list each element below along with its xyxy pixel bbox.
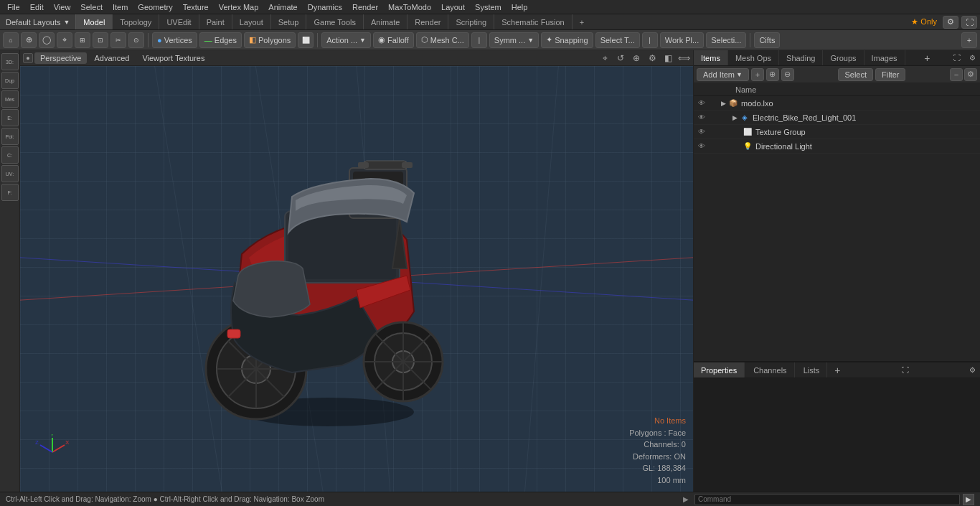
menu-render[interactable]: Render bbox=[348, 1, 382, 13]
viewport-tab-perspective[interactable]: Perspective bbox=[34, 52, 87, 64]
layout-expand-button[interactable]: ⛶ bbox=[961, 16, 977, 29]
viewport-home-icon[interactable]: ⌖ bbox=[598, 52, 611, 65]
items-filter-button[interactable]: Filter bbox=[875, 68, 905, 81]
eye-icon-modo[interactable]: 👁 bbox=[697, 98, 707, 108]
sidebar-btn-2[interactable]: Mes bbox=[1, 90, 19, 108]
eye-icon-bike[interactable]: 👁 bbox=[697, 113, 707, 123]
sidebar-btn-1[interactable]: Dup bbox=[1, 72, 19, 89]
props-add-tab-button[interactable]: + bbox=[829, 362, 846, 378]
sidebar-btn-7[interactable]: F: bbox=[1, 184, 19, 201]
menu-texture[interactable]: Texture bbox=[179, 1, 213, 13]
items-action-btn-2[interactable]: ⊕ bbox=[766, 68, 779, 81]
props-expand-button[interactable]: ⛶ bbox=[897, 366, 913, 374]
panel-tab-mesh-ops[interactable]: Mesh Ops bbox=[728, 50, 779, 65]
layout-tab-uvedit[interactable]: UVEdit bbox=[159, 14, 199, 29]
viewport-rotate-icon[interactable]: ↺ bbox=[614, 52, 627, 65]
add-layout-tab-button[interactable]: + bbox=[573, 14, 591, 29]
arrow-icon-modo[interactable]: ▶ bbox=[720, 100, 727, 107]
arrow-icon-bike[interactable]: ▶ bbox=[731, 114, 738, 121]
mesh-c-dropdown[interactable]: ⬡ Mesh C... bbox=[416, 32, 469, 48]
cifts-dropdown[interactable]: Cifts bbox=[754, 32, 780, 48]
toolbar-transform-button[interactable]: ⊞ bbox=[75, 32, 90, 48]
toolbar-cursor-button[interactable]: ⌖ bbox=[57, 32, 72, 48]
menu-dynamics[interactable]: Dynamics bbox=[303, 1, 347, 13]
add-item-button[interactable]: Add Item ▼ bbox=[697, 68, 749, 81]
panel-settings-button[interactable]: ⚙ bbox=[965, 50, 980, 65]
props-settings-button[interactable]: ⚙ bbox=[965, 366, 980, 374]
command-input[interactable] bbox=[694, 494, 960, 505]
symm-dropdown[interactable]: Symm ... ▼ bbox=[489, 32, 539, 48]
sidebar-btn-0[interactable]: 3D: bbox=[1, 53, 19, 70]
eye-icon-texture[interactable]: 👁 bbox=[697, 127, 707, 137]
action-dropdown[interactable]: Action ... ▼ bbox=[321, 32, 371, 48]
items-minus-btn[interactable]: − bbox=[950, 68, 963, 81]
menu-maxtomodo[interactable]: MaxToModo bbox=[384, 1, 435, 13]
vertices-button[interactable]: ● Vertices bbox=[152, 32, 197, 48]
layout-tab-topology[interactable]: Topology bbox=[113, 14, 159, 29]
toolbar-box-button[interactable]: ⬜ bbox=[298, 32, 314, 48]
polygons-button[interactable]: ◧ Polygons bbox=[244, 32, 296, 48]
toolbar-globe-button[interactable]: ⊕ bbox=[21, 32, 37, 48]
viewport-arrows-icon[interactable]: ⟺ bbox=[677, 52, 690, 65]
menu-file[interactable]: File bbox=[3, 1, 24, 13]
menu-select[interactable]: Select bbox=[76, 1, 107, 13]
layout-tab-model[interactable]: Model bbox=[76, 14, 113, 29]
menu-item[interactable]: Item bbox=[108, 1, 132, 13]
tree-item-texture-group[interactable]: 👁 ⬜ Texture Group bbox=[694, 125, 980, 139]
menu-edit[interactable]: Edit bbox=[26, 1, 48, 13]
props-tab-properties[interactable]: Properties bbox=[694, 362, 745, 378]
viewport-dot-button[interactable]: ● bbox=[23, 53, 33, 63]
items-select-button[interactable]: Select bbox=[838, 68, 873, 81]
command-execute-button[interactable]: ▶ bbox=[963, 494, 974, 505]
panel-expand-button[interactable]: ⛶ bbox=[949, 50, 965, 65]
layout-tab-scripting[interactable]: Scripting bbox=[448, 14, 494, 29]
layout-tab-schematic[interactable]: Schematic Fusion bbox=[494, 14, 572, 29]
toolbar-pipe-button[interactable]: | bbox=[471, 32, 487, 48]
viewport-tab-textures[interactable]: Viewport Textures bbox=[136, 52, 210, 64]
toolbar-circle-button[interactable]: ◯ bbox=[39, 32, 55, 48]
edges-button[interactable]: — Edges bbox=[199, 32, 242, 48]
panel-tab-shading[interactable]: Shading bbox=[779, 50, 823, 65]
layout-settings-button[interactable]: ⚙ bbox=[943, 16, 958, 29]
items-action-btn-3[interactable]: ⊖ bbox=[781, 68, 794, 81]
work-pl-dropdown[interactable]: Work Pl... bbox=[660, 32, 704, 48]
toolbar-snip-button[interactable]: ✂ bbox=[110, 32, 126, 48]
items-settings-btn[interactable]: ⚙ bbox=[964, 68, 977, 81]
default-layouts-dropdown[interactable]: Default Layouts ▼ bbox=[0, 14, 76, 29]
props-tab-lists[interactable]: Lists bbox=[796, 362, 828, 378]
panel-tab-items[interactable]: Items bbox=[694, 50, 728, 65]
sidebar-btn-5[interactable]: C: bbox=[1, 146, 19, 164]
sidebar-btn-6[interactable]: UV: bbox=[1, 165, 19, 182]
eye-icon-light[interactable]: 👁 bbox=[697, 141, 707, 151]
tree-item-light[interactable]: 👁 💡 Directional Light bbox=[694, 139, 980, 154]
items-action-btn-1[interactable]: + bbox=[751, 68, 764, 81]
panel-tab-groups[interactable]: Groups bbox=[823, 50, 864, 65]
sidebar-btn-4[interactable]: Pol: bbox=[1, 128, 19, 145]
snapping-dropdown[interactable]: ✦ Snapping bbox=[541, 32, 593, 48]
menu-layout[interactable]: Layout bbox=[437, 1, 469, 13]
layout-tab-paint[interactable]: Paint bbox=[199, 14, 232, 29]
menu-geometry[interactable]: Geometry bbox=[133, 1, 176, 13]
viewport-camera-icon[interactable]: ◧ bbox=[661, 52, 674, 65]
layout-tab-setup[interactable]: Setup bbox=[271, 14, 307, 29]
toolbar-round-button[interactable]: ⊙ bbox=[128, 32, 144, 48]
menu-view[interactable]: View bbox=[50, 1, 75, 13]
tree-item-bike[interactable]: 👁 ▶ ◈ Electric_Bike_Red_Light_001 bbox=[694, 111, 980, 125]
viewport-canvas[interactable]: X Y Z No Items Polygons : Face Channels:… bbox=[20, 66, 693, 492]
toolbar-home-button[interactable]: ⌂ bbox=[3, 32, 19, 48]
layout-tab-render[interactable]: Render bbox=[407, 14, 448, 29]
layout-tab-gametools[interactable]: Game Tools bbox=[306, 14, 364, 29]
layout-tab-layout[interactable]: Layout bbox=[232, 14, 271, 29]
viewport-gear-icon[interactable]: ⚙ bbox=[646, 52, 659, 65]
selecti-dropdown[interactable]: Selecti... bbox=[706, 32, 746, 48]
sidebar-btn-3[interactable]: E: bbox=[1, 109, 19, 126]
toolbar-add-button[interactable]: + bbox=[961, 32, 977, 48]
viewport-zoom-icon[interactable]: ⊕ bbox=[630, 52, 643, 65]
tree-item-modo-lxo[interactable]: 👁 ▶ 📦 modo.lxo bbox=[694, 96, 980, 111]
menu-vertex-map[interactable]: Vertex Map bbox=[215, 1, 263, 13]
layout-tab-animate[interactable]: Animate bbox=[364, 14, 407, 29]
select-t-dropdown[interactable]: Select T... bbox=[595, 32, 640, 48]
menu-system[interactable]: System bbox=[471, 1, 506, 13]
menu-animate[interactable]: Animate bbox=[264, 1, 301, 13]
panel-tab-add-button[interactable]: + bbox=[918, 50, 936, 65]
